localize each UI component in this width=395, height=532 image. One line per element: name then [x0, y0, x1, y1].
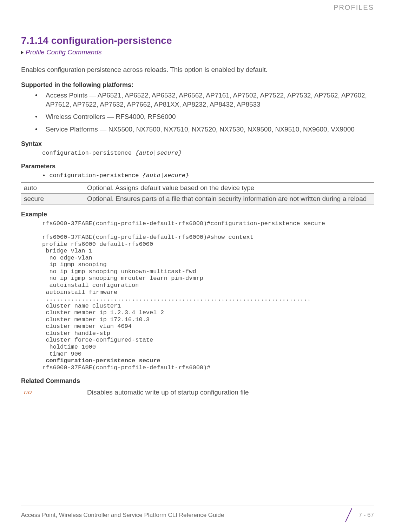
related-commands-table: no Disables automatic write up of startu… — [21, 387, 374, 398]
example-pre: rfs6000-37FABE(config-profile-default-rf… — [42, 220, 325, 357]
parameters-table: auto Optional. Assigns default value bas… — [21, 182, 374, 204]
param-desc-cell: Optional. Assigns default value based on… — [84, 183, 374, 194]
param-name-cell: secure — [21, 194, 84, 204]
param-opts: {auto|secure} — [143, 172, 189, 179]
table-row: no Disables automatic write up of startu… — [21, 387, 374, 398]
example-code: rfs6000-37FABE(config-profile-default-rf… — [42, 220, 374, 371]
param-desc-cell: Optional. Ensures parts of a file that c… — [84, 194, 374, 204]
syntax-cmd: configuration-persistence — [42, 150, 135, 156]
list-item: Access Points — AP6521, AP6522, AP6532, … — [21, 91, 374, 109]
table-row: secure Optional. Ensures parts of a file… — [21, 194, 374, 204]
example-post: rfs6000-37FABE(config-profile-default-rf… — [42, 364, 210, 371]
platform-list: Access Points — AP6521, AP6522, AP6532, … — [21, 91, 374, 134]
bullet-icon: • — [42, 172, 49, 179]
header-section-label: PROFILES — [21, 4, 374, 14]
breadcrumb[interactable]: Profile Config Commands — [21, 48, 374, 56]
param-cmd: configuration-persistence — [49, 172, 142, 179]
related-heading: Related Commands — [21, 377, 374, 385]
intro-paragraph: Enables configuration persistence across… — [21, 66, 374, 74]
parameter-line: • configuration-persistence {auto|secure… — [42, 172, 374, 179]
slash-decoration-icon — [342, 509, 355, 521]
page-number-block: 7 - 67 — [342, 509, 374, 521]
related-desc-cell: Disables automatic write up of startup c… — [84, 387, 374, 398]
example-bold-line: configuration-persistence secure — [42, 357, 160, 364]
parameters-heading: Parameters — [21, 163, 374, 170]
related-cmd-cell[interactable]: no — [21, 387, 84, 398]
list-item: Wireless Controllers — RFS4000, RFS6000 — [21, 112, 374, 121]
syntax-heading: Syntax — [21, 140, 374, 148]
syntax-opts: {auto|secure} — [135, 150, 182, 156]
param-name-cell: auto — [21, 183, 84, 194]
arrow-right-icon — [21, 51, 24, 54]
section-title: 7.1.14 configuration-persistence — [21, 35, 374, 46]
supported-heading: Supported in the following platforms: — [21, 81, 374, 89]
list-item: Service Platforms — NX5500, NX7500, NX75… — [21, 125, 374, 134]
table-row: auto Optional. Assigns default value bas… — [21, 183, 374, 194]
footer-title: Access Point, Wireless Controller and Se… — [21, 512, 224, 519]
page-footer: Access Point, Wireless Controller and Se… — [21, 505, 374, 521]
example-heading: Example — [21, 211, 374, 218]
page-number: 7 - 67 — [359, 512, 374, 519]
syntax-code: configuration-persistence {auto|secure} — [42, 150, 374, 157]
breadcrumb-text: Profile Config Commands — [26, 48, 101, 56]
